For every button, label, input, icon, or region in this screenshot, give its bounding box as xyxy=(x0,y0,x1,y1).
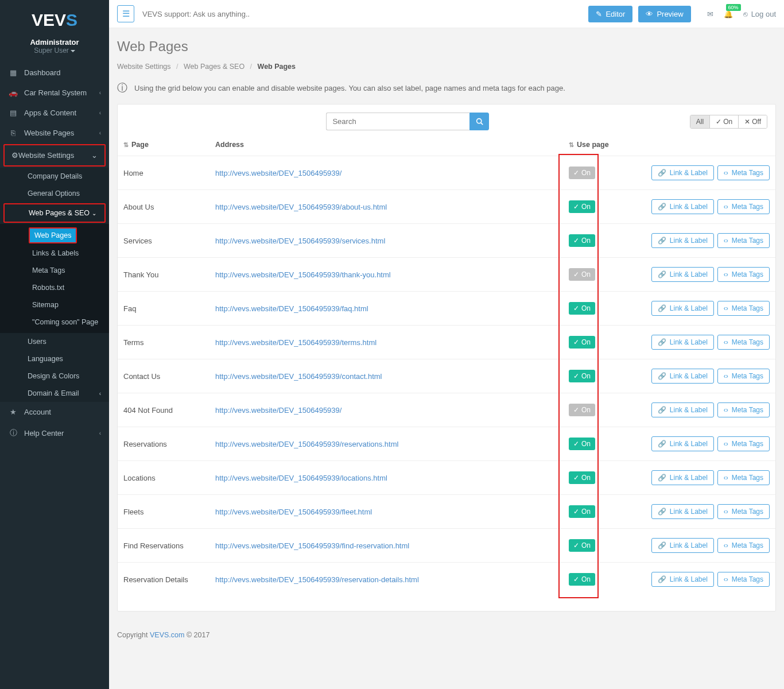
page-url-link[interactable]: http://vevs.website/DEV_1506495939/fleet… xyxy=(215,508,372,516)
subnav-web-pages[interactable]: Web Pages xyxy=(30,229,76,242)
subnav-links-labels[interactable]: Links & Labels xyxy=(0,245,109,262)
subnav-web-pages-seo[interactable]: Web Pages & SEO ⌄ xyxy=(5,204,104,222)
nav-apps[interactable]: ▤ Apps & Content ‹ xyxy=(0,103,109,123)
code-icon: ‹› xyxy=(724,372,728,380)
subnav-general-options[interactable]: General Options xyxy=(0,185,109,202)
table-row: Find Reservationshttp://vevs.website/DEV… xyxy=(118,529,775,563)
chevron-down-icon: ⌄ xyxy=(92,210,96,216)
toggle-on-button[interactable]: ✓ On xyxy=(569,234,595,247)
filter-on-button[interactable]: ✓On xyxy=(710,115,739,128)
meta-tags-button[interactable]: ‹› Meta Tags xyxy=(717,301,770,316)
link-label-button[interactable]: 🔗 Link & Label xyxy=(651,369,714,384)
toggle-on-button[interactable]: ✓ On xyxy=(569,302,595,315)
link-label-button[interactable]: 🔗 Link & Label xyxy=(651,199,714,214)
meta-tags-button[interactable]: ‹› Meta Tags xyxy=(717,538,770,553)
page-url-link[interactable]: http://vevs.website/DEV_1506495939/servi… xyxy=(215,237,385,245)
toggle-on-button[interactable]: ✓ On xyxy=(569,336,595,349)
page-url-cell: http://vevs.website/DEV_1506495939/fleet… xyxy=(209,495,563,529)
logo-letter: E xyxy=(43,10,55,29)
sort-icon[interactable]: ⇅ xyxy=(569,141,574,148)
meta-tags-button[interactable]: ‹› Meta Tags xyxy=(717,504,770,519)
nav-car-rental[interactable]: 🚗 Car Rental System ‹ xyxy=(0,83,109,103)
link-label-button[interactable]: 🔗 Link & Label xyxy=(651,538,714,553)
meta-tags-button[interactable]: ‹› Meta Tags xyxy=(717,199,770,214)
menu-toggle-button[interactable]: ☰ xyxy=(117,5,134,22)
subnav-robots[interactable]: Robots.txt xyxy=(0,279,109,296)
link-label-button[interactable]: 🔗 Link & Label xyxy=(651,572,714,587)
nav-dashboard[interactable]: ▦ Dashboard xyxy=(0,63,109,83)
link-label-button[interactable]: 🔗 Link & Label xyxy=(651,470,714,485)
toggle-on-button[interactable]: ✓ On xyxy=(569,471,595,484)
subnav-design-colors[interactable]: Design & Colors xyxy=(0,367,109,385)
envelope-icon[interactable]: ✉ xyxy=(707,10,713,18)
page-url-link[interactable]: http://vevs.website/DEV_1506495939/find-… xyxy=(215,541,409,550)
link-label-button[interactable]: 🔗 Link & Label xyxy=(651,402,714,417)
page-url-link[interactable]: http://vevs.website/DEV_1506495939/thank… xyxy=(215,270,391,279)
subnav-domain-email[interactable]: Domain & Email ‹ xyxy=(0,385,109,402)
link-label-button[interactable]: 🔗 Link & Label xyxy=(651,436,714,451)
search-input[interactable] xyxy=(326,113,469,130)
subnav-languages[interactable]: Languages xyxy=(0,350,109,367)
link-label-button[interactable]: 🔗 Link & Label xyxy=(651,504,714,519)
nav-help-center[interactable]: ⓘ Help Center ‹ xyxy=(0,422,109,444)
subnav-company-details[interactable]: Company Details xyxy=(0,168,109,185)
link-label-button[interactable]: 🔗 Link & Label xyxy=(651,335,714,350)
logout-button[interactable]: ⎋ Log out xyxy=(743,10,776,18)
breadcrumb-link[interactable]: Web Pages & SEO xyxy=(184,63,244,71)
sort-icon[interactable]: ⇅ xyxy=(123,141,129,148)
nav-website-pages[interactable]: ⎘ Website Pages ‹ xyxy=(0,123,109,143)
nav-website-settings[interactable]: ⚙ Website Settings ⌄ xyxy=(5,145,104,165)
meta-tags-button[interactable]: ‹› Meta Tags xyxy=(717,470,770,485)
star-icon: ★ xyxy=(8,408,18,416)
filter-all-button[interactable]: All xyxy=(690,115,710,128)
page-url-link[interactable]: http://vevs.website/DEV_1506495939/ xyxy=(215,169,341,177)
meta-tags-button[interactable]: ‹› Meta Tags xyxy=(717,233,770,248)
subnav-users[interactable]: Users xyxy=(0,333,109,350)
meta-tags-button[interactable]: ‹› Meta Tags xyxy=(717,369,770,384)
link-icon: 🔗 xyxy=(658,440,666,448)
subnav-meta-tags[interactable]: Meta Tags xyxy=(0,262,109,279)
toggle-on-button[interactable]: ✓ On xyxy=(569,505,595,518)
editor-button[interactable]: ✎ Editor xyxy=(588,6,632,22)
check-icon: ✓ xyxy=(573,541,579,549)
meta-tags-button[interactable]: ‹› Meta Tags xyxy=(717,335,770,350)
nav-account[interactable]: ★ Account xyxy=(0,402,109,422)
subnav-coming-soon[interactable]: "Coming soon" Page xyxy=(0,313,109,331)
filter-off-button[interactable]: ✕Off xyxy=(739,115,767,128)
page-url-link[interactable]: http://vevs.website/DEV_1506495939/locat… xyxy=(215,474,387,482)
subnav-sitemap[interactable]: Sitemap xyxy=(0,296,109,313)
breadcrumb-link[interactable]: Website Settings xyxy=(117,63,171,71)
search-button[interactable] xyxy=(469,113,489,130)
meta-tags-button[interactable]: ‹› Meta Tags xyxy=(717,436,770,451)
page-url-link[interactable]: http://vevs.website/DEV_1506495939/about… xyxy=(215,203,387,211)
code-icon: ‹› xyxy=(724,237,728,245)
link-label-button[interactable]: 🔗 Link & Label xyxy=(651,301,714,316)
page-url-link[interactable]: http://vevs.website/DEV_1506495939/reser… xyxy=(215,575,419,584)
user-box[interactable]: Administrator Super User xyxy=(0,36,109,63)
toggle-on-button[interactable]: ✓ On xyxy=(569,370,595,382)
page-url-link[interactable]: http://vevs.website/DEV_1506495939/faq.h… xyxy=(215,304,368,313)
table-row: Reservationshttp://vevs.website/DEV_1506… xyxy=(118,427,775,461)
toggle-on-button[interactable]: ✓ On xyxy=(569,438,595,450)
page-url-link[interactable]: http://vevs.website/DEV_1506495939/terms… xyxy=(215,338,377,347)
toggle-on-button[interactable]: ✓ On xyxy=(569,573,595,586)
preview-button[interactable]: 👁 Preview xyxy=(638,6,690,22)
notifications-button[interactable]: 🔔 60% xyxy=(724,10,733,18)
link-label-button[interactable]: 🔗 Link & Label xyxy=(651,233,714,248)
support-input[interactable] xyxy=(140,6,335,22)
page-url-link[interactable]: http://vevs.website/DEV_1506495939/reser… xyxy=(215,440,398,448)
meta-tags-button[interactable]: ‹› Meta Tags xyxy=(717,165,770,180)
table-row: Fleetshttp://vevs.website/DEV_1506495939… xyxy=(118,495,775,529)
page-url-link[interactable]: http://vevs.website/DEV_1506495939/conta… xyxy=(215,372,382,381)
meta-tags-button[interactable]: ‹› Meta Tags xyxy=(717,402,770,417)
use-page-cell: ✓ On xyxy=(563,292,626,326)
meta-tags-button[interactable]: ‹› Meta Tags xyxy=(717,572,770,587)
actions-cell: 🔗 Link & Label‹› Meta Tags xyxy=(626,326,775,359)
link-label-button[interactable]: 🔗 Link & Label xyxy=(651,267,714,282)
toggle-on-button[interactable]: ✓ On xyxy=(569,539,595,552)
link-label-button[interactable]: 🔗 Link & Label xyxy=(651,165,714,180)
page-url-link[interactable]: http://vevs.website/DEV_1506495939/ xyxy=(215,406,341,415)
meta-tags-button[interactable]: ‹› Meta Tags xyxy=(717,267,770,282)
footer-brand-link[interactable]: VEVS.com xyxy=(150,631,184,639)
toggle-on-button[interactable]: ✓ On xyxy=(569,200,595,213)
